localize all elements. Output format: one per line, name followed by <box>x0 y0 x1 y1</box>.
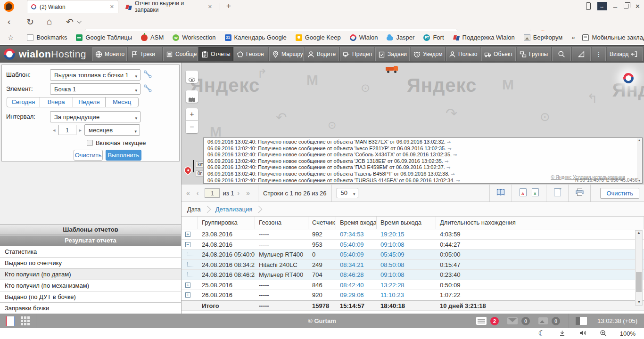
bookmark-item[interactable]: Google Keep <box>296 34 341 41</box>
media-icon[interactable] <box>538 317 548 324</box>
media-count-badge[interactable]: 0 <box>552 317 560 325</box>
toggle-left-panel-button[interactable] <box>6 316 15 326</box>
apps-grid-button[interactable] <box>21 316 30 326</box>
nav-search-button[interactable] <box>552 47 571 61</box>
nav-more-button[interactable]: ⋮ <box>592 47 606 61</box>
night-mode-icon[interactable]: ☾ <box>538 329 545 339</box>
header-duration[interactable]: Длительность нахождения <box>436 217 516 229</box>
last-page-button[interactable]: » <box>246 189 250 197</box>
header-time-in[interactable]: Время входа <box>336 217 377 229</box>
nav-users[interactable]: Пользо <box>446 47 480 61</box>
report-result-header[interactable]: Результат отчета <box>0 235 181 246</box>
nav-trailers[interactable]: Прицеп <box>340 47 374 61</box>
browser-tab-report[interactable]: Отчет по выдачи и заправки ✕ <box>122 0 216 13</box>
downloads-icon[interactable] <box>559 330 566 338</box>
favorites-star-icon[interactable]: ☆ <box>8 33 14 42</box>
nav-measure-button[interactable] <box>572 47 591 61</box>
yesterday-button[interactable]: Вчера <box>40 97 73 107</box>
nav-jobs[interactable]: Задани <box>375 47 410 61</box>
phone-mode-icon[interactable] <box>586 2 591 10</box>
bookmark-item[interactable]: Jasper <box>387 34 414 41</box>
nav-tracks[interactable]: Треки <box>128 47 162 61</box>
template-settings-wrench-icon[interactable] <box>143 70 152 79</box>
first-page-button[interactable]: « <box>186 189 190 197</box>
mobile-bookmarks-button[interactable]: Мобильные закладки <box>582 34 644 41</box>
zoom-level-label[interactable]: 100% <box>620 330 636 337</box>
chevron-down-icon[interactable] <box>77 19 82 24</box>
page-zoom-icon[interactable] <box>600 330 607 338</box>
home-icon[interactable]: ⌂ <box>47 16 52 27</box>
prev-page-button[interactable]: ‹ <box>197 189 199 197</box>
expand-toggle[interactable]: + <box>185 292 190 298</box>
table-row-child[interactable]: 24.08.2016 08:34:21 Hitachi 240LC 249 08… <box>182 260 644 270</box>
month-button[interactable]: Месяц <box>105 97 139 107</box>
nav-unit-groups[interactable]: Группы <box>517 47 551 61</box>
cell-time-out[interactable]: 09:10:08 <box>377 240 436 250</box>
scroll-down-icon[interactable]: ▼ <box>637 300 641 304</box>
bookmarks-overflow-button[interactable]: » <box>571 34 575 41</box>
export-pdf-button[interactable]: A <box>517 188 529 198</box>
page-size-select[interactable]: 50▾ <box>337 188 358 198</box>
page-number-field[interactable]: 1 <box>205 188 220 198</box>
bookmark-item[interactable]: ASM <box>141 34 164 41</box>
header-geozone[interactable]: Геозона <box>255 217 308 229</box>
reload-icon[interactable]: ↻ <box>26 16 34 27</box>
bookmark-item[interactable]: Google Таблицы <box>76 34 132 41</box>
map-visibility-button[interactable] <box>186 71 198 83</box>
table-row[interactable]: + 25.08.2016 ----- 846 08:42:40 13:22:28… <box>182 280 644 291</box>
minimize-button[interactable]: – <box>613 2 617 10</box>
result-item-by-counter[interactable]: Выдано по счетчику <box>0 258 181 269</box>
week-button[interactable]: Неделя <box>73 97 106 107</box>
mail-count-badge[interactable]: 0 <box>521 317 530 325</box>
truck-marker[interactable] <box>386 65 399 73</box>
map-layers-button[interactable] <box>186 90 198 103</box>
print-button[interactable] <box>573 188 586 198</box>
cell-time-out[interactable]: 19:20:15 <box>377 229 436 239</box>
cell-time-in[interactable]: 08:46:28 <box>336 270 377 280</box>
template-select[interactable]: Выдача топлива с бочки 1▾ <box>50 69 140 81</box>
bookmark-item[interactable]: FTFort <box>423 34 444 41</box>
interval-type-select[interactable]: За предыдущие▾ <box>50 111 140 122</box>
messages-icon[interactable] <box>476 317 487 325</box>
stepper-left-icon[interactable]: ◂ <box>53 127 56 133</box>
bookmark-item[interactable]: Wialon <box>350 34 378 41</box>
bottom-panel-icon[interactable] <box>576 317 587 325</box>
nav-messages[interactable]: Сообще <box>163 47 198 61</box>
result-item-by-fls[interactable]: Выдано (по ДУТ в бочке) <box>0 291 181 303</box>
today-button[interactable]: Сегодня <box>7 97 40 107</box>
cell-time-out[interactable]: 05:45:09 <box>377 250 436 259</box>
tab-detailing[interactable]: Детализация <box>215 206 252 213</box>
nav-units[interactable]: Объект <box>481 47 516 61</box>
nav-notifications[interactable]: Уведом <box>411 47 445 61</box>
browser-tab-wialon[interactable]: (2) Wialon ✕ <box>27 0 118 13</box>
interval-unit-select[interactable]: месяцев▾ <box>84 124 140 136</box>
bookmark-item[interactable]: БерФорум <box>524 34 562 41</box>
cell-time-in[interactable]: 09:29:06 <box>336 290 377 300</box>
result-item-fillings[interactable]: Заправки бочки <box>0 303 181 314</box>
map-pin-marker[interactable] <box>183 166 192 174</box>
new-tab-button[interactable]: + <box>226 1 231 11</box>
table-scrollbar[interactable]: ▲ ▼ <box>635 230 643 306</box>
table-row[interactable]: + 26.08.2016 ----- 920 09:29:06 11:10:23… <box>182 290 644 300</box>
nav-monitoring[interactable]: Монито <box>92 47 127 61</box>
cell-time-out[interactable]: 08:50:08 <box>377 260 436 270</box>
include-current-checkbox[interactable] <box>87 140 93 146</box>
result-item-by-machines[interactable]: Кто получил (по механизмам) <box>0 280 181 291</box>
nav-routes[interactable]: Маршру <box>269 47 304 61</box>
tab-date[interactable]: Дата <box>187 206 201 213</box>
header-time-out[interactable]: Время выхода <box>377 217 436 229</box>
export-file-button[interactable]: → <box>551 188 563 198</box>
nav-user-session[interactable]: Визард <box>607 47 643 61</box>
cell-time-out[interactable]: 09:10:08 <box>377 270 436 280</box>
stepper-right-icon[interactable]: ▸ <box>79 127 82 133</box>
cell-time-in[interactable]: 05:40:09 <box>336 250 377 259</box>
undo-icon[interactable]: ↶ <box>66 16 74 27</box>
close-window-button[interactable]: ✕ <box>635 3 640 10</box>
bookmark-item[interactable]: Поддержка Wialon <box>453 34 515 41</box>
table-row[interactable]: − 24.08.2016 ----- 953 05:40:09 09:10:08… <box>182 240 644 250</box>
cell-time-in[interactable]: 08:42:40 <box>336 280 377 290</box>
clear-form-button[interactable]: Очистить <box>74 150 103 161</box>
map-zoom-out-button[interactable]: − <box>186 121 198 133</box>
interval-count-field[interactable]: 1 <box>58 125 76 135</box>
back-icon[interactable]: ‹ <box>8 16 10 27</box>
